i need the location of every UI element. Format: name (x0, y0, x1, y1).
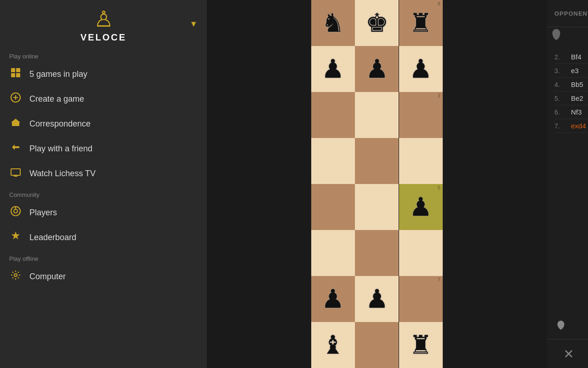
moves-list: 2. Bf4 Nf6 3. e3 Nc6 4. Bb5 a6 5. Be2 Ne… (547, 46, 588, 315)
svg-rect-0 (11, 68, 15, 72)
app-title: VELOCE (80, 32, 126, 43)
cell-c4-highlight[interactable]: ♟5 (399, 184, 443, 230)
cell-a4[interactable] (311, 184, 355, 230)
cell-b5[interactable] (355, 138, 399, 184)
correspondence-icon (9, 117, 22, 131)
board-row-6: 3 (311, 92, 443, 138)
move-num-4: 4. (554, 81, 567, 88)
games-icon (9, 67, 22, 81)
sidebar-item-watch-tv[interactable]: Watch Lichess TV (0, 161, 207, 186)
row-num-3: 3 (438, 93, 440, 98)
account-dropdown-arrow[interactable]: ▼ (189, 19, 198, 29)
piece-black-pawn-a2: ♟ (321, 286, 344, 312)
svg-point-12 (14, 209, 17, 213)
watch-tv-icon (9, 167, 22, 180)
svg-point-14 (14, 274, 17, 276)
piece-black-pawn-b2: ♟ (365, 286, 388, 312)
cell-a3[interactable] (311, 230, 355, 276)
piece-black-bishop: ♝ (321, 332, 344, 358)
piece-black-pawn-a7: ♟ (321, 56, 344, 82)
move-white-6[interactable]: Nf3 (571, 108, 588, 116)
cell-a2[interactable]: ♟ (311, 276, 355, 322)
sidebar-item-play-friend[interactable]: Play with a friend (0, 136, 207, 161)
correspondence-label: Correspondence (29, 119, 91, 129)
cell-b7[interactable]: ♟ (355, 46, 399, 92)
piece-black-pawn-c7: ♟ (409, 56, 432, 82)
svg-marker-7 (11, 119, 20, 126)
row-num-8: 8 (438, 1, 440, 6)
cell-b2[interactable]: ♟ (355, 276, 399, 322)
cell-b3[interactable] (355, 230, 399, 276)
piece-black-pawn-c4: ♟ (409, 194, 432, 220)
move-white-7-highlight[interactable]: exd4 (571, 122, 588, 130)
move-white-3[interactable]: e3 (571, 67, 588, 75)
cell-a6[interactable] (311, 92, 355, 138)
play-friend-label: Play with a friend (29, 144, 92, 154)
cell-b8[interactable]: ♚ (355, 0, 399, 46)
cell-c7[interactable]: ♟ (399, 46, 443, 92)
sidebar: ♙ VELOCE ▼ Play online 5 games in play C… (0, 0, 207, 368)
cell-c3[interactable] (399, 230, 443, 276)
cell-a7[interactable]: ♟ (311, 46, 355, 92)
chess-logo-icon: ♙ (94, 8, 114, 30)
board-row-8: ♞ ♚ ♜8 (311, 0, 443, 46)
create-game-label: Create a game (29, 94, 84, 104)
piece-black-king: ♚ (365, 10, 388, 36)
cell-c1[interactable]: ♜ (399, 322, 443, 368)
cell-b1[interactable] (355, 322, 399, 368)
move-row-7: 7. exd4 (554, 119, 588, 133)
board-row-1: ♝ ♜ (311, 322, 443, 368)
board-row-4: ♟5 (311, 184, 443, 230)
section-label-community: Community (0, 186, 207, 200)
opponent-avatar (547, 27, 565, 46)
section-label-play-offline: Play offline (0, 250, 207, 264)
move-num-2: 2. (554, 53, 567, 61)
cell-a5[interactable] (311, 138, 355, 184)
cell-a8[interactable]: ♞ (311, 0, 355, 46)
board-row-5 (311, 138, 443, 184)
cell-b6[interactable] (355, 92, 399, 138)
board-row-7: ♟ ♟ ♟ (311, 46, 443, 92)
play-friend-icon (9, 142, 22, 155)
share-button[interactable] (581, 345, 588, 362)
move-num-5: 5. (554, 95, 567, 102)
piece-black-knight: ♞ (321, 10, 344, 36)
move-white-5[interactable]: Be2 (571, 94, 588, 102)
move-row-4: 4. Bb5 a6 (554, 78, 588, 92)
move-row-5: 5. Be2 Ne4 (554, 92, 588, 105)
sidebar-item-correspondence[interactable]: Correspondence (0, 111, 207, 136)
sidebar-item-games-in-play[interactable]: 5 games in play (0, 62, 207, 86)
sidebar-item-players[interactable]: Players (0, 200, 207, 225)
leaderboard-icon (9, 230, 22, 244)
move-num-7: 7. (554, 122, 567, 130)
move-row-6: 6. Nf3 Nxd4 (554, 105, 588, 119)
cell-a1[interactable]: ♝ (311, 322, 355, 368)
row-num-7: 7 (438, 277, 440, 282)
svg-rect-3 (16, 73, 20, 77)
move-white-2[interactable]: Bf4 (571, 53, 588, 61)
cell-b4[interactable] (355, 184, 399, 230)
sidebar-item-create-game[interactable]: Create a game (0, 86, 207, 111)
chess-board[interactable]: ♞ ♚ ♜8 ♟ ♟ ♟ 3 ♟5 (311, 0, 443, 368)
sidebar-header: ♙ VELOCE ▼ (0, 0, 207, 47)
svg-rect-2 (11, 73, 15, 77)
board-row-2: ♟ ♟ 7 (311, 276, 443, 322)
sidebar-item-computer[interactable]: Computer (0, 264, 207, 289)
svg-rect-8 (11, 169, 20, 175)
piece-black-pawn-b7: ♟ (365, 56, 388, 82)
resign-button[interactable] (556, 345, 581, 362)
cell-c2[interactable]: 7 (399, 276, 443, 322)
section-label-play-online: Play online (0, 47, 207, 62)
svg-rect-1 (16, 68, 20, 72)
logo-area: ♙ VELOCE (80, 8, 126, 43)
create-game-icon (9, 92, 22, 106)
opponent-label: OPPONENT (554, 10, 588, 17)
board-row-3 (311, 230, 443, 276)
sidebar-item-leaderboard[interactable]: Leaderboard (0, 225, 207, 250)
cell-c5[interactable] (399, 138, 443, 184)
move-num-3: 3. (554, 67, 567, 75)
cell-c6[interactable]: 3 (399, 92, 443, 138)
cell-c8[interactable]: ♜8 (399, 0, 443, 46)
move-white-4[interactable]: Bb5 (571, 80, 588, 88)
players-icon (9, 206, 22, 219)
